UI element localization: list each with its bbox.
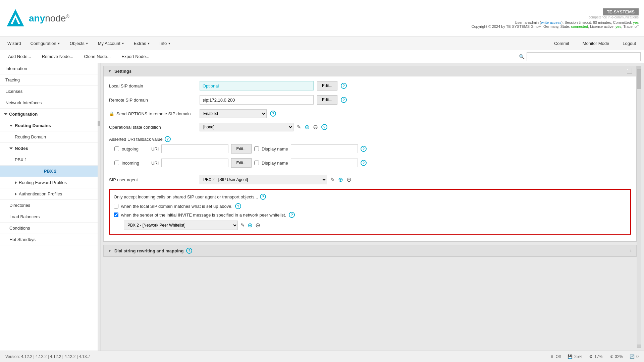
dial-string-help-icon[interactable]: ? (186, 248, 192, 254)
memory-icon: 🖨 (609, 354, 613, 359)
settings-panel-expand-btn[interactable]: ⬜ (627, 68, 632, 74)
add-node-button[interactable]: Add Node... (3, 52, 36, 61)
logo-area: anynode® (5, 8, 69, 28)
cpu-icon: 💾 (568, 354, 573, 359)
op-state-select[interactable]: [none] (200, 123, 293, 131)
checkbox2-help-icon[interactable]: ? (289, 212, 295, 218)
sidebar-item-routing-forward-profiles[interactable]: Routing Forward Profiles (0, 177, 100, 188)
trace-status: off (635, 24, 639, 28)
statusbar: Version: 4.12.2 | 4.12.2 | 4.12.2 | 4.12… (0, 351, 644, 362)
dial-string-expand-btn[interactable]: + (630, 248, 632, 253)
sidebar-item-network-interfaces[interactable]: Network Interfaces (0, 97, 100, 109)
sip-user-agent-edit-icon[interactable]: ✎ (330, 177, 335, 183)
local-sip-match-checkbox[interactable] (114, 204, 118, 208)
sidebar-item-pbx2[interactable]: PBX 2 (0, 166, 100, 177)
op-state-add-icon[interactable]: ⊕ (305, 123, 310, 131)
remote-sip-domain-input[interactable] (200, 95, 314, 105)
sidebar-subitem-nodes-group[interactable]: Nodes (0, 143, 100, 154)
remove-node-button[interactable]: Remove Node... (37, 52, 78, 61)
network-peer-whitelist-checkbox[interactable] (114, 213, 118, 217)
logout-button[interactable]: Logout (618, 39, 641, 48)
content-scrollbar[interactable] (637, 66, 641, 348)
whitelist-row: PBX 2 - [Network Peer Whitelist] ✎ ⊕ ⊖ (114, 221, 626, 230)
nav-info[interactable]: Info ▼ (156, 39, 175, 48)
sidebar-item-pbx1[interactable]: PBX 1 (0, 154, 100, 166)
whitelist-remove-icon[interactable]: ⊖ (255, 222, 260, 229)
send-options-select[interactable]: Enabled Disabled (200, 109, 267, 118)
sidebar-item-information[interactable]: Information (0, 63, 100, 74)
send-options-help-icon[interactable]: ? (270, 111, 276, 117)
sip-user-agent-remove-icon[interactable]: ⊖ (346, 176, 352, 183)
user-line2: Copyright © 2024 by TE-SYSTEMS GmbH, Ger… (472, 24, 639, 28)
monitor-mode-button[interactable]: Monitor Mode (578, 39, 614, 48)
outgoing-display-name-input[interactable] (291, 144, 358, 153)
nav-extras-arrow: ▼ (147, 42, 150, 45)
settings-panel-title: Settings (114, 69, 131, 74)
sidebar-item-conditions[interactable]: Conditions (0, 223, 100, 234)
incoming-help-icon[interactable]: ? (361, 160, 367, 166)
remote-sip-domain-edit-button[interactable]: Edit... (317, 95, 337, 105)
nav-my-account[interactable]: My Account ▼ (94, 39, 128, 48)
nav-info-arrow: ▼ (168, 42, 171, 45)
sip-user-agent-row: SIP user agent PBX 2 - [SIP User Agent] … (109, 175, 631, 184)
sidebar-item-directories[interactable]: Directories (0, 200, 100, 211)
whitelist-edit-icon[interactable]: ✎ (240, 222, 245, 228)
clone-node-button[interactable]: Clone Node... (79, 52, 116, 61)
outgoing-uri-edit-button[interactable]: Edit... (231, 144, 252, 154)
op-state-help-icon[interactable]: ? (321, 124, 327, 130)
incoming-uri-edit-button[interactable]: Edit... (231, 158, 252, 168)
outgoing-uri-input[interactable] (161, 144, 228, 153)
gear-icon: ⚙ (589, 354, 593, 359)
sip-user-agent-select[interactable]: PBX 2 - [SIP User Agent] (200, 175, 327, 184)
local-sip-domain-help-icon[interactable]: ? (341, 83, 347, 89)
sidebar-item-tracing[interactable]: Tracing (0, 74, 100, 86)
incoming-display-name-checkbox[interactable] (254, 161, 259, 165)
nav-configuration-arrow: ▼ (57, 42, 60, 45)
outgoing-display-name-label: Display name (262, 146, 288, 152)
highlight-help-icon[interactable]: ? (260, 194, 266, 200)
whitelist-select[interactable]: PBX 2 - [Network Peer Whitelist] (124, 221, 238, 230)
settings-panel: ▼ Settings ⬜ Local SIP domain Edit... ? (103, 66, 637, 242)
sidebar-item-routing-domain[interactable]: Routing Domain (0, 131, 100, 143)
write-access-link[interactable]: write access (541, 20, 561, 24)
commit-button[interactable]: Commit (549, 39, 574, 48)
sidebar-item-licenses[interactable]: Licenses (0, 86, 100, 97)
sip-user-agent-add-icon[interactable]: ⊕ (338, 176, 343, 183)
whitelist-add-icon[interactable]: ⊕ (248, 222, 253, 229)
sidebar-scrollbar[interactable] (98, 63, 100, 351)
send-options-row: 🔒 Send OPTIONS to remote SIP domain Enab… (109, 109, 631, 118)
incoming-checkbox[interactable] (114, 161, 119, 165)
incoming-display-name-input[interactable] (291, 159, 358, 167)
nav-configuration[interactable]: Configuration ▼ (26, 39, 64, 48)
dial-string-panel-header[interactable]: ▼ Dial string rewriting and mapping ? + (104, 245, 636, 256)
nav-extras[interactable]: Extras ▼ (130, 39, 154, 48)
remote-sip-domain-help-icon[interactable]: ? (341, 97, 347, 103)
sidebar-item-load-balancers[interactable]: Load Balancers (0, 211, 100, 223)
nav-wizard[interactable]: Wizard (3, 39, 25, 48)
zero-label: 0 (636, 354, 639, 359)
sidebar-item-authentication-profiles[interactable]: Authentication Profiles (0, 188, 100, 200)
outgoing-display-name-checkbox[interactable] (254, 146, 259, 151)
checkbox1-help-icon[interactable]: ? (235, 203, 241, 209)
op-state-remove-icon[interactable]: ⊖ (313, 123, 318, 131)
outgoing-help-icon[interactable]: ? (361, 146, 367, 152)
content-scroll-thumb-bottom (637, 345, 641, 348)
incoming-uri-input[interactable] (161, 159, 228, 167)
op-state-edit-icon[interactable]: ✎ (297, 124, 301, 130)
logo-text: anynode® (29, 13, 69, 24)
search-input[interactable] (527, 52, 641, 61)
settings-panel-header[interactable]: ▼ Settings ⬜ (104, 66, 636, 76)
sidebar-item-hot-standbys[interactable]: Hot Standbys (0, 234, 100, 245)
highlight-title: Only accept incoming calls on shared SIP… (114, 194, 258, 199)
outgoing-checkbox[interactable] (114, 146, 119, 151)
local-sip-domain-edit-button[interactable]: Edit... (317, 81, 337, 90)
memory-label: 32% (615, 354, 623, 359)
remote-sip-domain-label: Remote SIP domain (109, 98, 196, 103)
export-node-button[interactable]: Export Node... (117, 52, 154, 61)
local-sip-domain-input[interactable] (200, 81, 314, 90)
sidebar-group-configuration[interactable]: Configuration (0, 109, 100, 120)
sidebar-subitem-routing-domains-group[interactable]: Routing Domains (0, 120, 100, 131)
content-scroll-thumb-top (637, 66, 641, 69)
asserted-uri-help-icon[interactable]: ? (165, 136, 171, 142)
nav-objects[interactable]: Objects ▼ (66, 39, 93, 48)
